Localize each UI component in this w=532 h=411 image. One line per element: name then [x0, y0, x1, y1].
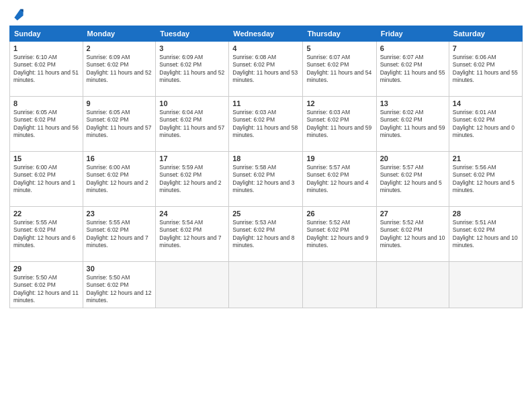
day-number: 20	[380, 154, 445, 163]
calendar-cell	[303, 262, 376, 308]
day-number: 10	[159, 99, 225, 107]
day-info: Sunrise: 6:03 AMSunset: 6:02 PMDaylight:…	[232, 109, 299, 140]
calendar-cell: 15Sunrise: 6:00 AMSunset: 6:02 PMDayligh…	[10, 152, 83, 207]
calendar-cell: 2Sunrise: 6:09 AMSunset: 6:02 PMDaylight…	[83, 42, 156, 97]
calendar-cell: 24Sunrise: 5:54 AMSunset: 6:02 PMDayligh…	[156, 207, 229, 262]
calendar-cell: 12Sunrise: 6:03 AMSunset: 6:02 PMDayligh…	[303, 97, 376, 152]
week-row-4: 22Sunrise: 5:55 AMSunset: 6:02 PMDayligh…	[10, 207, 523, 262]
day-number: 2	[87, 44, 152, 52]
calendar-cell: 6Sunrise: 6:07 AMSunset: 6:02 PMDaylight…	[376, 42, 449, 97]
day-info: Sunrise: 5:52 AMSunset: 6:02 PMDaylight:…	[380, 219, 445, 250]
day-number: 3	[159, 44, 225, 52]
day-info: Sunrise: 6:01 AMSunset: 6:02 PMDaylight:…	[453, 109, 519, 140]
day-number: 25	[232, 210, 299, 218]
day-number: 6	[380, 44, 445, 52]
day-info: Sunrise: 6:02 AMSunset: 6:02 PMDaylight:…	[380, 109, 445, 140]
day-info: Sunrise: 5:56 AMSunset: 6:02 PMDaylight:…	[453, 164, 519, 195]
dow-header-tuesday: Tuesday	[156, 26, 229, 42]
calendar-cell: 14Sunrise: 6:01 AMSunset: 6:02 PMDayligh…	[449, 97, 522, 152]
calendar-cell: 27Sunrise: 5:52 AMSunset: 6:02 PMDayligh…	[376, 207, 449, 262]
day-number: 19	[306, 154, 372, 163]
week-row-2: 8Sunrise: 6:05 AMSunset: 6:02 PMDaylight…	[10, 97, 523, 152]
day-number: 16	[87, 154, 152, 163]
day-info: Sunrise: 5:55 AMSunset: 6:02 PMDaylight:…	[87, 219, 152, 250]
calendar-cell: 1Sunrise: 6:10 AMSunset: 6:02 PMDaylight…	[10, 42, 83, 97]
day-info: Sunrise: 6:09 AMSunset: 6:02 PMDaylight:…	[159, 54, 225, 85]
day-info: Sunrise: 6:05 AMSunset: 6:02 PMDaylight:…	[13, 109, 79, 140]
day-number: 4	[232, 44, 299, 52]
day-info: Sunrise: 5:59 AMSunset: 6:02 PMDaylight:…	[159, 164, 225, 195]
day-info: Sunrise: 5:52 AMSunset: 6:02 PMDaylight:…	[306, 219, 372, 250]
day-number: 30	[87, 265, 152, 273]
day-number: 29	[13, 265, 79, 273]
calendar-cell: 11Sunrise: 6:03 AMSunset: 6:02 PMDayligh…	[229, 97, 303, 152]
day-info: Sunrise: 6:05 AMSunset: 6:02 PMDaylight:…	[87, 109, 152, 140]
calendar-cell: 23Sunrise: 5:55 AMSunset: 6:02 PMDayligh…	[83, 207, 156, 262]
calendar-body: 1Sunrise: 6:10 AMSunset: 6:02 PMDaylight…	[10, 42, 523, 308]
calendar-cell: 9Sunrise: 6:05 AMSunset: 6:02 PMDaylight…	[83, 97, 156, 152]
calendar-cell: 22Sunrise: 5:55 AMSunset: 6:02 PMDayligh…	[10, 207, 83, 262]
day-info: Sunrise: 6:10 AMSunset: 6:02 PMDaylight:…	[13, 54, 79, 85]
day-info: Sunrise: 5:55 AMSunset: 6:02 PMDaylight:…	[13, 219, 79, 250]
day-number: 14	[453, 99, 519, 107]
day-info: Sunrise: 5:54 AMSunset: 6:02 PMDaylight:…	[159, 219, 225, 250]
day-number: 27	[380, 210, 445, 218]
dow-header-wednesday: Wednesday	[229, 26, 303, 42]
day-number: 11	[232, 99, 299, 107]
calendar-cell: 20Sunrise: 5:57 AMSunset: 6:02 PMDayligh…	[376, 152, 449, 207]
dow-header-monday: Monday	[83, 26, 156, 42]
day-info: Sunrise: 6:07 AMSunset: 6:02 PMDaylight:…	[380, 54, 445, 85]
day-info: Sunrise: 6:00 AMSunset: 6:02 PMDaylight:…	[13, 164, 79, 195]
day-info: Sunrise: 5:53 AMSunset: 6:02 PMDaylight:…	[232, 219, 299, 250]
week-row-1: 1Sunrise: 6:10 AMSunset: 6:02 PMDaylight…	[10, 42, 523, 97]
day-number: 28	[453, 210, 519, 218]
calendar-cell: 29Sunrise: 5:50 AMSunset: 6:02 PMDayligh…	[10, 262, 83, 308]
dow-header-sunday: Sunday	[10, 26, 83, 42]
calendar-cell: 3Sunrise: 6:09 AMSunset: 6:02 PMDaylight…	[156, 42, 229, 97]
day-info: Sunrise: 5:57 AMSunset: 6:02 PMDaylight:…	[306, 164, 372, 195]
calendar-cell	[449, 262, 522, 308]
day-number: 1	[13, 44, 79, 52]
day-number: 23	[87, 210, 152, 218]
calendar-cell: 5Sunrise: 6:07 AMSunset: 6:02 PMDaylight…	[303, 42, 376, 97]
day-info: Sunrise: 5:58 AMSunset: 6:02 PMDaylight:…	[232, 164, 299, 195]
calendar: SundayMondayTuesdayWednesdayThursdayFrid…	[9, 26, 523, 308]
day-number: 24	[159, 210, 225, 218]
calendar-cell	[156, 262, 229, 308]
calendar-cell: 8Sunrise: 6:05 AMSunset: 6:02 PMDaylight…	[10, 97, 83, 152]
day-number: 21	[453, 154, 519, 163]
calendar-cell: 13Sunrise: 6:02 AMSunset: 6:02 PMDayligh…	[376, 97, 449, 152]
day-number: 22	[13, 210, 79, 218]
calendar-cell	[229, 262, 303, 308]
day-number: 13	[380, 99, 445, 107]
calendar-cell: 19Sunrise: 5:57 AMSunset: 6:02 PMDayligh…	[303, 152, 376, 207]
calendar-cell: 16Sunrise: 6:00 AMSunset: 6:02 PMDayligh…	[83, 152, 156, 207]
calendar-cell: 28Sunrise: 5:51 AMSunset: 6:02 PMDayligh…	[449, 207, 522, 262]
day-info: Sunrise: 5:57 AMSunset: 6:02 PMDaylight:…	[380, 164, 445, 195]
calendar-cell: 25Sunrise: 5:53 AMSunset: 6:02 PMDayligh…	[229, 207, 303, 262]
week-row-5: 29Sunrise: 5:50 AMSunset: 6:02 PMDayligh…	[10, 262, 523, 308]
day-info: Sunrise: 6:06 AMSunset: 6:02 PMDaylight:…	[453, 54, 519, 85]
logo	[9, 7, 26, 21]
calendar-cell: 18Sunrise: 5:58 AMSunset: 6:02 PMDayligh…	[229, 152, 303, 207]
day-info: Sunrise: 5:50 AMSunset: 6:02 PMDaylight:…	[13, 274, 79, 305]
dow-header-saturday: Saturday	[449, 26, 522, 42]
day-number: 5	[306, 44, 372, 52]
calendar-cell: 30Sunrise: 5:50 AMSunset: 6:02 PMDayligh…	[83, 262, 156, 308]
day-info: Sunrise: 6:07 AMSunset: 6:02 PMDaylight:…	[306, 54, 372, 85]
day-number: 17	[159, 154, 225, 163]
dow-header-thursday: Thursday	[303, 26, 376, 42]
day-info: Sunrise: 6:03 AMSunset: 6:02 PMDaylight:…	[306, 109, 372, 140]
calendar-cell: 21Sunrise: 5:56 AMSunset: 6:02 PMDayligh…	[449, 152, 522, 207]
day-number: 9	[87, 99, 152, 107]
day-number: 8	[13, 99, 79, 107]
day-info: Sunrise: 6:09 AMSunset: 6:02 PMDaylight:…	[87, 54, 152, 85]
days-of-week-row: SundayMondayTuesdayWednesdayThursdayFrid…	[10, 26, 523, 42]
calendar-cell: 10Sunrise: 6:04 AMSunset: 6:02 PMDayligh…	[156, 97, 229, 152]
svg-marker-0	[14, 9, 23, 21]
day-number: 18	[232, 154, 299, 163]
calendar-cell: 4Sunrise: 6:08 AMSunset: 6:02 PMDaylight…	[229, 42, 303, 97]
day-number: 15	[13, 154, 79, 163]
calendar-cell	[376, 262, 449, 308]
day-info: Sunrise: 6:04 AMSunset: 6:02 PMDaylight:…	[159, 109, 225, 140]
